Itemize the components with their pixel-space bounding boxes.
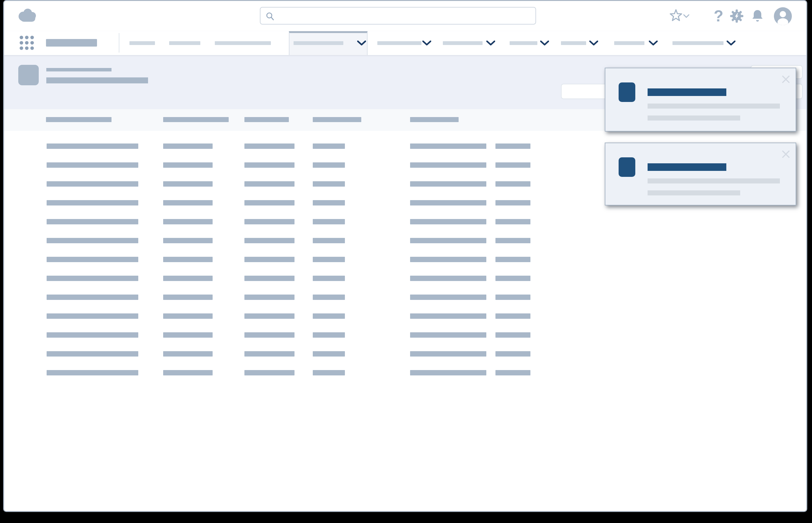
nav-tab-9-skeleton[interactable]: [614, 41, 644, 45]
toast-entity-icon: [619, 157, 635, 177]
global-search-input[interactable]: [260, 7, 536, 24]
global-header: ?: [4, 1, 806, 32]
favorite-star-icon[interactable]: [669, 9, 683, 23]
close-x-icon[interactable]: [782, 150, 790, 160]
row-3-cell-6-skeleton: [496, 181, 531, 186]
row-6-cell-4-skeleton: [313, 238, 345, 243]
row-5-cell-3-skeleton: [244, 219, 294, 224]
row-1-cell-3-skeleton: [244, 144, 294, 149]
row-13-cell-3-skeleton: [244, 370, 294, 375]
row-9-cell-2-skeleton: [163, 294, 213, 300]
row-1-cell-6-skeleton: [496, 144, 531, 149]
row-10-cell-1-skeleton: [47, 313, 138, 319]
nav-tab-6-skeleton[interactable]: [443, 41, 483, 45]
nav-tab-chevron-down-icon[interactable]: [589, 41, 598, 47]
notification-bell-icon[interactable]: [751, 10, 764, 24]
row-1-cell-4-skeleton: [313, 144, 345, 149]
nav-tab-chevron-down-icon[interactable]: [727, 41, 736, 47]
nav-tab-3-skeleton[interactable]: [215, 41, 271, 45]
row-13-cell-6-skeleton: [496, 370, 531, 375]
nav-tab-chevron-down-icon[interactable]: [422, 41, 431, 47]
app-navigation-bar: [4, 31, 806, 55]
row-1-cell-5-skeleton: [410, 144, 486, 149]
row-7-cell-3-skeleton: [244, 257, 294, 262]
user-avatar-icon[interactable]: [774, 7, 792, 26]
row-12-cell-1-skeleton: [47, 351, 138, 357]
nav-tab-7-skeleton[interactable]: [509, 41, 537, 45]
close-x-icon[interactable]: [782, 75, 790, 85]
row-9-cell-5-skeleton: [410, 294, 486, 300]
row-3-cell-1-skeleton: [47, 181, 138, 186]
screenshot-canvas: { "app": { "description": "Salesforce-st…: [0, 0, 812, 523]
setup-gear-icon[interactable]: [730, 9, 744, 24]
toast-title-skeleton: [647, 88, 726, 96]
row-10-cell-5-skeleton: [410, 313, 486, 319]
row-1-cell-2-skeleton: [163, 144, 213, 149]
row-12-cell-3-skeleton: [244, 351, 294, 357]
nav-tab-2-skeleton[interactable]: [169, 41, 200, 45]
row-7-cell-5-skeleton: [410, 257, 486, 262]
nav-tab-chevron-down-icon[interactable]: [649, 41, 658, 47]
row-12-cell-6-skeleton: [496, 351, 531, 357]
row-10-cell-2-skeleton: [163, 313, 213, 319]
row-11-cell-5-skeleton: [410, 332, 486, 338]
toast-notification-2: [605, 143, 796, 205]
row-5-cell-5-skeleton: [410, 219, 486, 224]
row-3-cell-3-skeleton: [244, 181, 294, 186]
nav-tab-5-skeleton[interactable]: [377, 41, 421, 45]
row-9-cell-1-skeleton: [47, 294, 138, 300]
search-icon: [265, 12, 275, 21]
app-name-skeleton: [46, 39, 97, 47]
row-2-cell-6-skeleton: [496, 162, 531, 168]
toast-text-line-1-skeleton: [647, 178, 780, 183]
row-5-cell-6-skeleton: [496, 219, 531, 224]
toast-entity-icon: [619, 83, 635, 102]
row-11-cell-2-skeleton: [163, 332, 213, 338]
toast-notification-1: [605, 68, 796, 131]
record-entity-icon: [18, 65, 39, 85]
row-8-cell-4-skeleton: [313, 276, 345, 281]
row-5-cell-2-skeleton: [163, 219, 213, 224]
row-6-cell-3-skeleton: [244, 238, 294, 243]
row-11-cell-3-skeleton: [244, 332, 294, 338]
row-8-cell-5-skeleton: [410, 276, 486, 281]
nav-tab-8-skeleton[interactable]: [561, 41, 586, 45]
nav-tab-4-skeleton[interactable]: [294, 41, 343, 45]
row-11-cell-6-skeleton: [496, 332, 531, 338]
row-8-cell-6-skeleton: [496, 276, 531, 281]
help-icon[interactable]: ?: [714, 8, 724, 24]
nav-tab-1-skeleton[interactable]: [129, 41, 155, 45]
row-8-cell-2-skeleton: [163, 276, 213, 281]
row-10-cell-3-skeleton: [244, 313, 294, 319]
nav-tab-chevron-down-icon[interactable]: [540, 41, 549, 47]
row-12-cell-5-skeleton: [410, 351, 486, 357]
nav-tab-10-skeleton[interactable]: [672, 41, 724, 45]
row-6-cell-6-skeleton: [496, 238, 531, 243]
nav-tab-chevron-down-icon[interactable]: [357, 41, 366, 47]
row-13-cell-1-skeleton: [47, 370, 138, 375]
row-13-cell-2-skeleton: [163, 370, 213, 375]
column-header-5-skeleton: [410, 117, 459, 122]
row-9-cell-6-skeleton: [496, 294, 531, 300]
row-4-cell-2-skeleton: [163, 200, 213, 205]
row-11-cell-4-skeleton: [313, 332, 345, 338]
row-9-cell-3-skeleton: [244, 294, 294, 300]
row-4-cell-5-skeleton: [410, 200, 486, 205]
row-5-cell-4-skeleton: [313, 219, 345, 224]
row-8-cell-1-skeleton: [47, 276, 138, 281]
row-5-cell-1-skeleton: [47, 219, 138, 224]
row-7-cell-1-skeleton: [47, 257, 138, 262]
row-10-cell-4-skeleton: [313, 313, 345, 319]
chevron-down-icon[interactable]: [683, 14, 690, 19]
toast-text-line-1-skeleton: [647, 104, 780, 109]
row-2-cell-5-skeleton: [410, 162, 486, 168]
page-subtitle-skeleton: [46, 77, 148, 84]
page-title-skeleton: [46, 68, 111, 71]
nav-tab-chevron-down-icon[interactable]: [486, 41, 495, 47]
app-launcher-waffle-icon[interactable]: [19, 35, 34, 52]
nav-divider: [119, 33, 119, 53]
column-header-2-skeleton: [163, 117, 229, 122]
row-4-cell-1-skeleton: [47, 200, 138, 205]
app-window: ?: [3, 0, 807, 512]
row-6-cell-2-skeleton: [163, 238, 213, 243]
